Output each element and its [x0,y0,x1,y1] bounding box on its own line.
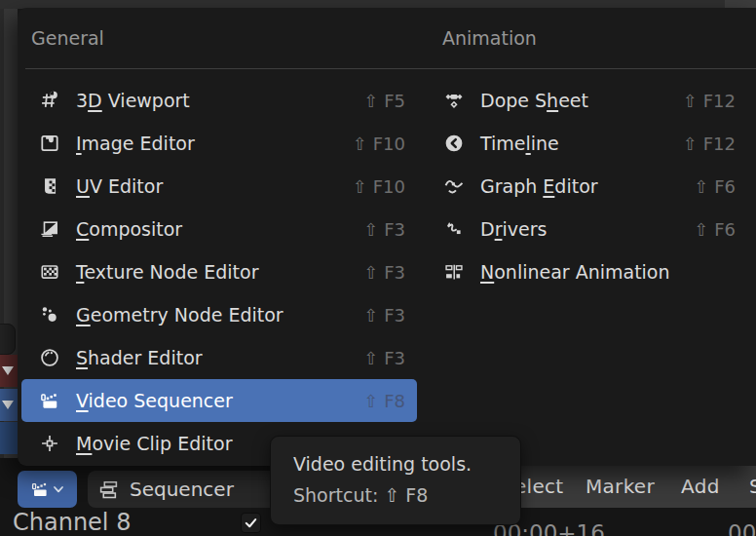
menu-item-timeline[interactable]: Timeline⇧ F12 [433,122,756,165]
shader-editor-icon [39,347,60,368]
timeline-icon [443,133,465,154]
sequencer-strip-dark-blue[interactable] [0,422,18,454]
menu-item-shortcut: ⇧ F12 [683,134,736,154]
menu-item-shortcut: ⇧ F8 [363,391,405,411]
movie-clip-editor-icon [39,433,60,454]
menu-item-label: 3D Viewport [76,90,190,111]
video-sequencer-icon [39,390,60,411]
menu-item-nonlinear-animation[interactable]: Nonlinear Animation [433,250,756,293]
blender-vse-screen: Select Marker Add Strip Sequencer Channe… [0,0,756,536]
video-sequencer-icon [30,479,50,499]
image-editor-icon [39,133,60,154]
strip-expand-arrow-icon [2,366,14,375]
menu-item-label: Image Editor [76,133,195,154]
menu-items-general: 3D Viewport⇧ F5Image Editor⇧ F10UV Edito… [21,79,417,465]
sequencer-view-dropdown[interactable]: Sequencer [88,471,284,508]
menu-item-3d-viewport[interactable]: 3D Viewport⇧ F5 [21,79,417,122]
menu-item-label: Movie Clip Editor [76,433,232,454]
sequencer-strip-blue[interactable] [0,389,18,421]
menu-item-shortcut: ⇧ F10 [353,134,405,154]
channel-label: Channel 8 [13,509,131,536]
tooltip-shortcut: Shortcut: ⇧ F8 [293,484,520,506]
texture-node-editor-icon [39,261,60,283]
menu-item-video-sequencer[interactable]: Video Sequencer⇧ F8 [21,379,417,422]
menu-add[interactable]: Add [681,466,720,508]
menu-item-label: Geometry Node Editor [76,304,284,325]
menu-item-label: Texture Node Editor [76,261,258,283]
dope-sheet-icon [443,90,465,111]
sequencer-view-label: Sequencer [130,478,234,501]
menu-item-shortcut: ⇧ F3 [363,219,405,240]
compositor-icon [39,218,60,240]
tooltip: Video editing tools. Shortcut: ⇧ F8 [270,436,521,525]
menu-marker[interactable]: Marker [586,466,655,508]
menu-item-shortcut: ⇧ F5 [363,91,405,111]
menu-item-shortcut: ⇧ F3 [363,262,405,283]
menu-item-shortcut: ⇧ F3 [363,305,405,325]
editor-type-menu: General 3D Viewport⇧ F5Image Editor⇧ F10… [18,8,756,466]
3d-viewport-icon [39,90,60,111]
menu-item-label: Dope Sheet [480,90,588,111]
tooltip-description: Video editing tools. [293,453,520,475]
uv-editor-icon [39,175,60,197]
menu-items-animation: Dope Sheet⇧ F12Timeline⇧ F12Graph Editor… [433,79,756,293]
menu-item-label: Graph Editor [480,175,598,197]
menu-column-header: General [31,8,104,68]
menu-column-general: General 3D Viewport⇧ F5Image Editor⇧ F10… [21,8,417,466]
geometry-node-editor-icon [39,304,60,325]
menu-item-label: Timeline [480,133,559,154]
check-icon [244,516,258,530]
menu-item-label: Shader Editor [76,347,203,368]
graph-editor-icon [443,175,465,197]
menu-item-shortcut: ⇧ F12 [683,91,736,111]
menu-item-label: Drivers [480,218,547,240]
menu-item-shortcut: ⇧ F10 [353,176,405,197]
strip-timecode: 00:0 [728,520,756,536]
sequencer-strip-red[interactable] [0,355,18,387]
nonlinear-animation-icon [443,261,465,283]
menu-column-header: Animation [442,8,537,68]
menu-item-dope-sheet[interactable]: Dope Sheet⇧ F12 [433,79,756,122]
menu-item-texture-node-editor[interactable]: Texture Node Editor⇧ F3 [21,250,417,293]
menu-item-shortcut: ⇧ F6 [694,176,736,197]
sequencer-strips-icon [98,479,119,500]
channel-checkbox[interactable] [241,513,261,533]
menu-item-image-editor[interactable]: Image Editor⇧ F10 [21,122,417,165]
menu-item-drivers[interactable]: Drivers⇧ F6 [433,208,756,250]
menu-item-shader-editor[interactable]: Shader Editor⇧ F3 [21,336,417,379]
menu-item-uv-editor[interactable]: UV Editor⇧ F10 [21,165,417,208]
collapsed-panel-stub[interactable] [0,324,16,355]
menu-item-label: Nonlinear Animation [480,261,670,283]
menu-item-label: Video Sequencer [76,390,233,411]
menu-item-label: UV Editor [76,175,163,197]
menu-item-geometry-node-editor[interactable]: Geometry Node Editor⇧ F3 [21,293,417,336]
menu-item-graph-editor[interactable]: Graph Editor⇧ F6 [433,165,756,208]
drivers-icon [443,218,465,240]
editor-type-dropdown-button[interactable] [18,471,77,508]
menu-item-shortcut: ⇧ F3 [363,348,405,368]
strip-expand-arrow-icon [2,401,14,409]
menu-item-label: Compositor [76,218,182,240]
menu-strip[interactable]: Strip [749,466,756,508]
menu-item-shortcut: ⇧ F6 [694,219,736,240]
menu-column-animation: Animation Dope Sheet⇧ F12Timeline⇧ F12Gr… [433,8,756,466]
chevron-down-icon [53,484,64,494]
menu-item-compositor[interactable]: Compositor⇧ F3 [21,208,417,250]
